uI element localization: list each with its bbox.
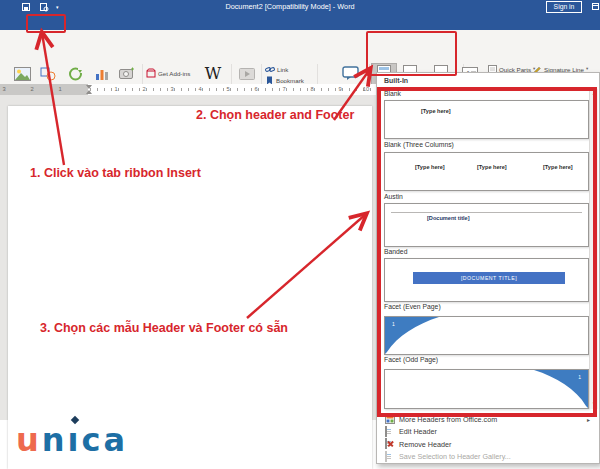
quick-access-customize-caret[interactable]: ▾ [56,4,59,10]
unica-logo: unıca [16,424,128,456]
gallery-item-banded[interactable]: [DOCUMENT TITLE] [384,258,589,302]
gallery-item-facet-odd[interactable]: 1 [384,369,589,409]
gallery-item-label: Blank [384,90,401,97]
edit-header-icon [385,427,395,437]
save-selection-icon [385,452,395,462]
save-icon[interactable] [22,3,30,11]
ribbon-display-options-icon[interactable] [592,3,599,10]
pictures-icon [14,64,31,83]
austin-rule [391,212,582,213]
window-title: Document2 [Compatibility Mode] - Word [225,2,354,11]
gallery-item-label: Austin [384,193,403,200]
comment-icon [342,64,359,83]
gallery-item-label: Facet (Odd Page) [384,356,438,363]
scroll-up-icon[interactable]: ▲ [590,89,598,99]
remove-header-icon [385,439,395,449]
gallery-item-blank-three-columns[interactable]: [Type here] [Type here] [Type here] [384,152,589,191]
word-window: ▾ Document2 [Compatibility Mode] - Word … [0,0,600,469]
gallery-section-title: Built-In [384,77,408,84]
screenshot-icon [119,64,135,83]
gallery-item-label: Banded [384,248,407,255]
gallery-item-label: Blank (Three Columns) [384,141,454,148]
wikipedia-icon: W [205,64,221,83]
facet-corner-shape [385,370,588,408]
menu-more-headers[interactable]: More Headers from Office.com ▸ [378,413,596,426]
gallery-item-austin[interactable]: [Document title] [384,203,589,247]
menu-save-selection[interactable]: Save Selection to Header Gallery... [378,451,596,464]
get-addins-button[interactable]: Get Add-ins [146,68,190,78]
document-page[interactable] [8,106,372,469]
gallery-item-facet-even[interactable]: 1 [384,316,589,355]
ruler-ticks [90,88,372,91]
menu-edit-header[interactable]: Edit Header [378,426,596,439]
menu-remove-header[interactable]: Remove Header [378,438,596,451]
link-icon [265,65,275,74]
gallery-scrollbar[interactable]: ▲ ▼ [589,89,598,409]
scroll-down-icon[interactable]: ▼ [590,399,598,409]
header-gallery-dropdown: Built-In Blank [Type here] Blank (Three … [376,72,600,464]
chart-icon [95,64,109,83]
office-com-icon [385,414,395,424]
first-line-indent-marker[interactable] [86,85,92,89]
banded-title-bar: [DOCUMENT TITLE] [413,272,565,284]
online-video-icon [239,64,255,83]
hanging-indent-marker[interactable] [86,90,92,94]
store-icon [146,68,156,78]
submenu-arrow-icon: ▸ [587,416,590,423]
shapes-icon [40,64,56,83]
ruler-margin-area: 3 2 1 [0,84,88,95]
print-preview-icon[interactable] [40,3,49,12]
gallery-item-label: Facet (Even Page) [384,303,441,310]
ribbon-tab-row: oper Insert Design Layout References Mai… [0,13,600,30]
smartart-icon [67,64,84,83]
facet-corner-shape [385,317,588,354]
sign-in-button[interactable]: Sign in [546,1,582,13]
gallery-item-blank[interactable]: [Type here] [384,100,589,139]
title-bar: ▾ Document2 [Compatibility Mode] - Word … [0,0,600,13]
link-button[interactable]: Link [265,65,288,74]
